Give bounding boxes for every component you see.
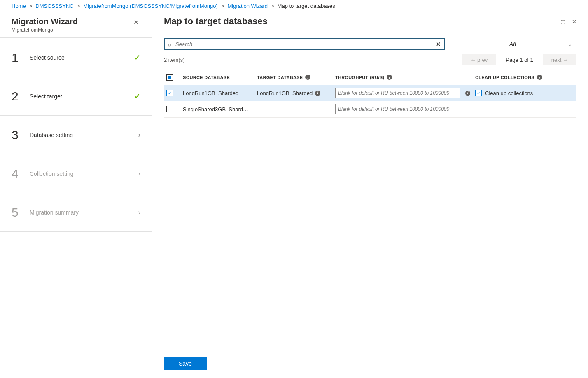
check-icon: ✓ xyxy=(134,53,140,62)
info-icon[interactable]: i xyxy=(305,75,310,80)
wizard-step-migration-summary[interactable]: 5 Migration summary › xyxy=(0,193,152,232)
select-all-checkbox[interactable] xyxy=(166,74,173,81)
search-field[interactable]: ⌕ ✕ xyxy=(164,38,445,50)
breadcrumb-home[interactable]: Home xyxy=(12,3,26,9)
target-db-cell xyxy=(254,107,333,112)
wizard-step-collection-setting[interactable]: 4 Collection setting › xyxy=(0,154,152,193)
step-label: Database setting xyxy=(30,132,131,138)
chevron-right-icon: › xyxy=(138,170,140,177)
breadcrumb-project[interactable]: MigratefromMongo (DMSOSSSYNC/Migratefrom… xyxy=(83,3,218,9)
cleanup-label-text: Clean up collections xyxy=(485,90,533,96)
col-throughput[interactable]: THROUGHPUT (RU/S) i xyxy=(333,72,473,82)
step-number: 4 xyxy=(12,167,22,181)
step-label: Migration summary xyxy=(30,209,131,216)
blade-footer: Save xyxy=(152,353,588,378)
save-button[interactable]: Save xyxy=(164,357,207,370)
blade-header: Map to target databases ▢ ✕ xyxy=(152,12,588,33)
close-icon[interactable]: ✕ xyxy=(572,19,576,25)
table-row[interactable]: SingleShared3GB_Shard… xyxy=(164,101,576,117)
breadcrumb-wizard[interactable]: Migration Wizard xyxy=(227,3,268,9)
step-label: Select target xyxy=(30,93,127,100)
pager-page-label: Page 1 of 1 xyxy=(496,54,543,65)
wizard-sidebar: Migration Wizard MigratefromMongo ✕ 1 Se… xyxy=(0,12,152,378)
cleanup-checkbox[interactable]: ✓ xyxy=(475,90,482,96)
search-icon: ⌕ xyxy=(168,41,171,47)
step-label: Collection setting xyxy=(30,170,131,177)
source-db-cell: SingleShared3GB_Shard… xyxy=(180,104,254,115)
chevron-down-icon: ⌄ xyxy=(567,41,572,47)
wizard-header: Migration Wizard MigratefromMongo ✕ xyxy=(0,12,152,38)
breadcrumb-current: Map to target databases xyxy=(278,3,335,9)
breadcrumb-sep-icon: > xyxy=(77,3,80,9)
breadcrumb-sep-icon: > xyxy=(29,3,33,9)
col-cleanup[interactable]: CLEAN UP COLLECTIONS i xyxy=(473,72,551,82)
toolbar: ⌕ ✕ All ⌄ xyxy=(164,38,576,50)
step-number: 5 xyxy=(12,205,22,219)
breadcrumb-service[interactable]: DMSOSSSYNC xyxy=(35,3,73,9)
close-icon[interactable]: ✕ xyxy=(132,17,140,28)
item-count: 2 item(s) xyxy=(164,57,185,63)
filter-dropdown[interactable]: All ⌄ xyxy=(449,38,576,50)
info-icon[interactable]: i xyxy=(537,75,542,80)
breadcrumb: Home > DMSOSSSYNC > MigratefromMongo (DM… xyxy=(0,0,588,12)
breadcrumb-sep-icon: > xyxy=(221,3,224,9)
chevron-right-icon: › xyxy=(138,131,140,139)
step-number: 3 xyxy=(12,128,22,142)
filter-value: All xyxy=(509,41,516,47)
info-icon[interactable]: i xyxy=(387,75,392,80)
pager: ← prev Page 1 of 1 next → xyxy=(462,54,576,65)
check-icon: ✓ xyxy=(134,92,140,101)
target-db-cell: LongRun1GB_Sharded i xyxy=(254,88,333,99)
col-source[interactable]: SOURCE DATABASE xyxy=(180,72,254,82)
throughput-input[interactable] xyxy=(335,88,460,98)
restore-icon[interactable]: ▢ xyxy=(560,19,565,25)
step-number: 2 xyxy=(12,89,22,103)
throughput-input[interactable] xyxy=(335,104,470,114)
blade: Map to target databases ▢ ✕ ⌕ ✕ All ⌄ 2 … xyxy=(152,12,588,378)
cleanup-checkbox-label[interactable]: ✓ Clean up collections xyxy=(475,90,533,96)
wizard-step-select-target[interactable]: 2 Select target ✓ xyxy=(0,77,152,116)
breadcrumb-sep-icon: > xyxy=(271,3,274,9)
wizard-step-select-source[interactable]: 1 Select source ✓ xyxy=(0,38,152,77)
page-title: Map to target databases xyxy=(164,16,268,27)
wizard-title: Migration Wizard xyxy=(12,17,78,26)
pager-next-button[interactable]: next → xyxy=(543,54,576,65)
info-icon[interactable]: i xyxy=(465,91,470,96)
step-label: Select source xyxy=(30,54,127,61)
wizard-step-database-setting[interactable]: 3 Database setting › xyxy=(0,116,152,154)
pager-prev-button[interactable]: ← prev xyxy=(462,54,496,65)
wizard-subtitle: MigratefromMongo xyxy=(12,27,78,33)
chevron-right-icon: › xyxy=(138,209,140,216)
clear-search-icon[interactable]: ✕ xyxy=(436,41,441,47)
source-db-cell: LongRun1GB_Sharded xyxy=(180,88,254,99)
row-checkbox[interactable]: ✓ xyxy=(166,90,173,96)
table-row[interactable]: ✓ LongRun1GB_Sharded LongRun1GB_Sharded … xyxy=(164,85,576,101)
search-input[interactable] xyxy=(175,41,433,48)
step-number: 1 xyxy=(12,51,22,65)
table-header: SOURCE DATABASE TARGET DATABASE i THROUG… xyxy=(164,70,576,85)
info-icon[interactable]: i xyxy=(315,91,320,96)
row-checkbox[interactable] xyxy=(166,106,173,112)
database-table: SOURCE DATABASE TARGET DATABASE i THROUG… xyxy=(164,70,576,118)
col-target[interactable]: TARGET DATABASE i xyxy=(254,72,333,82)
